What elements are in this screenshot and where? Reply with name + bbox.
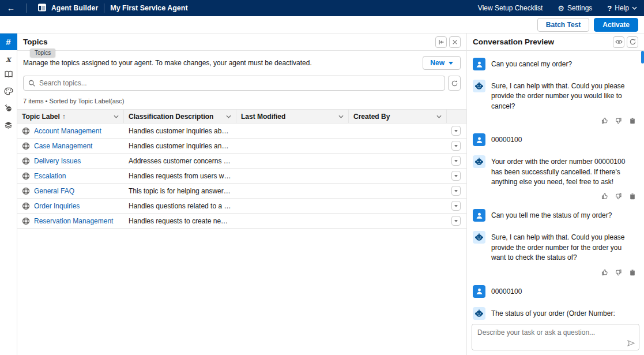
- table-row[interactable]: Account ManagementHandles customer inqui…: [17, 124, 466, 139]
- topic-label-cell: Delivery Issues: [17, 157, 124, 165]
- column-label: Classification Description: [129, 113, 213, 121]
- row-actions-button[interactable]: [451, 126, 461, 136]
- help-menu[interactable]: ? Help: [607, 4, 637, 13]
- row-actions-button[interactable]: [451, 201, 461, 211]
- conversation-title: Conversation Preview: [473, 38, 554, 46]
- row-actions-button[interactable]: [451, 156, 461, 166]
- agent-bot-icon: [474, 157, 484, 166]
- thumbs-up-button[interactable]: [601, 117, 608, 124]
- preview-visibility-button[interactable]: [613, 36, 624, 48]
- classification-description-cell: Handles requests from users who want to …: [124, 172, 236, 180]
- app-label: Agent Builder: [51, 4, 98, 12]
- user-avatar: [473, 58, 485, 70]
- sidebar-item-channels[interactable]: [0, 100, 17, 117]
- classification-description-cell: Handles customer inquiries about changin…: [124, 127, 236, 135]
- close-panel-button[interactable]: [449, 36, 461, 48]
- chevron-down-icon: [114, 115, 119, 118]
- message-user: 00000100: [473, 133, 637, 146]
- new-topic-button[interactable]: New: [423, 56, 461, 70]
- chat-input[interactable]: [472, 324, 639, 350]
- activate-button[interactable]: Activate: [594, 18, 638, 32]
- collapse-panel-button[interactable]: [435, 36, 447, 48]
- user-avatar-icon: [475, 287, 484, 296]
- builder-app-icon: [37, 3, 47, 14]
- agent-bot-icon: [474, 81, 484, 91]
- sidebar-item-theme[interactable]: [0, 84, 17, 100]
- thumbs-up-button[interactable]: [601, 193, 608, 200]
- view-setup-checklist-link[interactable]: View Setup Checklist: [478, 4, 543, 12]
- thumbs-down-button[interactable]: [615, 193, 622, 200]
- column-label: Created By: [353, 113, 390, 121]
- batch-test-button[interactable]: Batch Test: [537, 18, 589, 32]
- row-actions-button[interactable]: [451, 216, 461, 226]
- row-actions-button[interactable]: [451, 141, 461, 151]
- message-text: Your order with the order number 0000010…: [491, 155, 637, 187]
- book-icon: [4, 70, 13, 81]
- help-question-icon: ?: [607, 4, 612, 13]
- sidebar-item-versions[interactable]: [0, 117, 17, 134]
- sidebar-item-knowledge[interactable]: [0, 67, 17, 84]
- table-row[interactable]: Order InquiriesHandles questions related…: [17, 199, 466, 214]
- agent-builder-chip[interactable]: Agent Builder: [37, 3, 98, 14]
- user-avatar: [473, 285, 485, 298]
- topic-link[interactable]: Reservation Management: [34, 217, 113, 225]
- back-arrow-icon[interactable]: ←: [7, 3, 21, 13]
- feedback-bar: [473, 193, 636, 200]
- left-icon-rail: #x: [0, 33, 17, 355]
- column-header-last-modified[interactable]: Last Modified: [236, 110, 349, 123]
- search-topics-input[interactable]: [39, 79, 440, 87]
- user-avatar-icon: [475, 136, 484, 144]
- sidebar-item-topics[interactable]: #: [0, 33, 17, 50]
- topic-link[interactable]: Delivery Issues: [34, 157, 81, 165]
- row-actions-cell: [447, 171, 466, 181]
- topics-search-box[interactable]: [23, 76, 445, 91]
- topic-link[interactable]: Case Management: [34, 142, 92, 150]
- thumbs-down-button[interactable]: [615, 269, 622, 276]
- thumbs-up-icon: [601, 269, 608, 276]
- scrollbar-thumb[interactable]: [641, 51, 644, 63]
- thumbs-down-button[interactable]: [615, 117, 622, 124]
- restart-conversation-button[interactable]: [627, 36, 638, 48]
- copy-button[interactable]: [629, 269, 636, 276]
- topic-label-cell: General FAQ: [17, 187, 124, 195]
- table-row[interactable]: Case ManagementHandles customer inquirie…: [17, 139, 466, 154]
- column-header-created-by[interactable]: Created By: [349, 110, 447, 123]
- chevron-down-icon: [454, 175, 458, 177]
- table-row[interactable]: Delivery IssuesAddresses customer concer…: [17, 154, 466, 169]
- script-x-icon: x: [6, 54, 10, 64]
- copy-button[interactable]: [629, 193, 636, 200]
- messages-area[interactable]: Can you cancel my order?Sure, I can help…: [467, 51, 644, 320]
- row-actions-button[interactable]: [451, 171, 461, 181]
- send-icon[interactable]: [627, 340, 635, 346]
- sidebar-item-variables[interactable]: x: [0, 50, 17, 67]
- message-user: Can you tell me the status of my order?: [473, 209, 637, 222]
- copy-button[interactable]: [629, 117, 636, 124]
- topic-link[interactable]: Order Inquiries: [34, 202, 80, 210]
- message-agent: Your order with the order number 0000010…: [473, 155, 637, 187]
- agent-avatar: [473, 307, 485, 320]
- message-line: 00000100: [491, 135, 637, 145]
- table-row[interactable]: EscalationHandles requests from users wh…: [17, 169, 466, 184]
- table-row[interactable]: Reservation ManagementHandles requests t…: [17, 214, 466, 229]
- refresh-list-button[interactable]: [448, 76, 461, 91]
- row-actions-cell: [447, 216, 466, 226]
- message-agent: Sure, I can help with that. Could you pl…: [473, 231, 637, 263]
- table-row[interactable]: General FAQThis topic is for helping ans…: [17, 184, 466, 199]
- topics-description: Manage the topics assigned to your agent…: [23, 59, 312, 67]
- column-header-topic-label[interactable]: Topic Label↑: [17, 110, 124, 123]
- top-bar: ← Agent Builder My First Service Agent V…: [0, 0, 644, 16]
- column-header-classification-description[interactable]: Classification Description: [124, 110, 236, 123]
- thumbs-up-button[interactable]: [601, 269, 608, 276]
- message-agent: The status of your order (Order Number: …: [473, 307, 637, 320]
- topics-panel: Topics Topics Manage the topics assigned…: [17, 33, 467, 355]
- conversation-preview-panel: Conversation Preview Can you cancel my o…: [467, 33, 644, 355]
- settings-menu[interactable]: ⚙ Settings: [558, 4, 592, 12]
- thumbs-down-icon: [615, 193, 622, 200]
- topic-link[interactable]: Account Management: [34, 127, 101, 135]
- row-actions-cell: [447, 156, 466, 166]
- row-actions-button[interactable]: [451, 186, 461, 196]
- topic-link[interactable]: Escalation: [34, 172, 66, 180]
- topic-link[interactable]: General FAQ: [34, 187, 74, 195]
- feedback-bar: [473, 269, 636, 276]
- message-text: Can you cancel my order?: [491, 58, 637, 70]
